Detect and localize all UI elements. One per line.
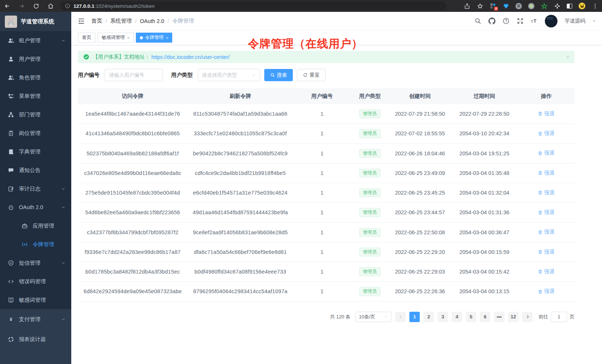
force-logout-button[interactable]: 强退 — [538, 288, 554, 295]
browser-home-icon[interactable] — [47, 3, 54, 9]
user-type-cell: 管理员 — [351, 143, 389, 163]
profile-avatar-icon[interactable] — [579, 3, 585, 9]
page-button-6[interactable]: 6 — [480, 312, 490, 322]
browser-reload-icon[interactable] — [33, 3, 39, 9]
page-button-4[interactable]: 4 — [452, 312, 462, 322]
browser-menu-icon[interactable] — [592, 3, 598, 9]
force-logout-button[interactable]: 强退 — [538, 170, 554, 176]
browser-chrome: 127.0.0.1:1024/system/oauth2/token 9 ⌘ — [0, 0, 602, 12]
chevron-down-icon — [61, 38, 66, 43]
sidebar-item-sms[interactable]: 短信管理 — [0, 254, 71, 272]
sidebar-item-menu[interactable]: 菜单管理 — [0, 87, 71, 105]
sidebar-item-user[interactable]: 用户管理 — [0, 50, 71, 68]
sidebar-item-role[interactable]: 角色管理 — [0, 68, 71, 87]
address-bar[interactable]: 127.0.0.1:1024/system/oauth2/token — [60, 1, 446, 10]
svg-text:¥: ¥ — [10, 317, 13, 322]
search-icon[interactable] — [474, 17, 481, 24]
sidebar-item-sensitive-word[interactable]: 敏感词管理 — [0, 291, 71, 309]
next-page-button[interactable] — [522, 312, 533, 322]
breadcrumb-home[interactable]: 首页 — [91, 17, 102, 24]
tab-token-management[interactable]: 令牌管理 × — [136, 33, 172, 43]
sidebar-item-dept[interactable]: 部门管理 — [0, 105, 71, 124]
page-button-1[interactable]: 1 — [409, 312, 420, 322]
page-button-2[interactable]: 2 — [423, 312, 434, 322]
reset-button[interactable]: 重置 — [297, 69, 325, 81]
site-info-icon[interactable] — [65, 3, 70, 9]
col-refresh-token: 刷新令牌 — [187, 88, 293, 104]
breadcrumb-oauth[interactable]: OAuth 2.0 — [140, 18, 164, 24]
search-button[interactable]: 搜索 — [264, 69, 293, 81]
force-logout-button[interactable]: 强退 — [538, 150, 554, 156]
bookmark-star-icon[interactable] — [477, 3, 483, 9]
extension-green-star-icon[interactable] — [541, 3, 547, 9]
force-logout-button[interactable]: 强退 — [538, 130, 554, 137]
sidebar-item-oauth2[interactable]: OAuth 2.0 — [0, 198, 71, 216]
extension-gem-icon[interactable] — [503, 3, 509, 9]
extension-pinwheel-icon[interactable] — [554, 3, 560, 9]
sidebar-item-notice[interactable]: 通知公告 — [0, 161, 71, 179]
doc-link[interactable]: https://doc.iocoder.cn/user-center/ — [151, 54, 230, 60]
sidebar-item-audit-log[interactable]: 审计日志 — [0, 179, 71, 198]
actions-cell: 强退 — [518, 222, 575, 242]
sidebar-logo[interactable]: 🐰 芋道管理系统 — [0, 12, 71, 31]
page-size-select[interactable]: 10条/页 — [356, 312, 392, 322]
extension-command-icon[interactable]: ⌘ — [516, 3, 522, 9]
page-button-3[interactable]: 3 — [438, 312, 448, 322]
fullscreen-icon[interactable] — [517, 17, 524, 24]
force-logout-button[interactable]: 强退 — [538, 189, 554, 196]
refresh-token-cell: 8796295f04064c2983414cc54af1097a — [187, 282, 293, 301]
extension-pixel-grid-icon[interactable]: 9 — [490, 3, 496, 9]
access-token-cell: f9336e7c7dd242a283ee98dc86b17a87 — [78, 242, 187, 262]
sidebar-item-token-management[interactable]: A 令牌管理 — [0, 235, 71, 254]
username[interactable]: 芋道源码 — [565, 18, 585, 24]
user-type-cell: 管理员 — [351, 203, 389, 222]
extension-record-icon[interactable] — [528, 3, 534, 9]
expire-time-cell: 2054-03-04 00:15:42 — [451, 262, 518, 282]
user-id-input[interactable] — [105, 69, 163, 81]
side-panel-icon[interactable] — [567, 4, 572, 9]
close-icon[interactable]: × — [166, 36, 168, 40]
expire-time-cell: 2054-03-04 00:13:15 — [451, 282, 518, 301]
col-user-id: 用户编号 — [293, 88, 351, 104]
refresh-token-cell: 49d1aa46d1454fbd87591444423be9fa — [187, 203, 293, 222]
alert-close-icon[interactable]: × — [566, 54, 569, 60]
collapse-sidebar-icon[interactable] — [77, 17, 85, 25]
font-size-icon[interactable]: TT — [531, 17, 538, 24]
tab-home[interactable]: 首页 — [78, 33, 95, 43]
goto-page-input[interactable] — [551, 312, 567, 322]
user-type-select[interactable]: 请选择用户类型 — [198, 69, 260, 81]
sidebar-item-payment[interactable]: ¥ 支付管理 — [0, 309, 71, 329]
access-token-cell: 502375b8040a469a9b82188afdf6af1f — [78, 143, 187, 163]
force-logout-button[interactable]: 强退 — [538, 229, 554, 235]
sidebar-item-post[interactable]: 岗位管理 — [0, 124, 71, 142]
sidebar-item-report-designer[interactable]: 报表设计器 — [0, 329, 71, 349]
share-icon[interactable] — [464, 3, 470, 9]
tab-sensitive-word[interactable]: 敏感词管理 × — [98, 33, 134, 43]
force-logout-button[interactable]: 强退 — [538, 209, 554, 216]
sidebar-item-dict[interactable]: 字典管理 — [0, 142, 71, 161]
browser-back-icon[interactable] — [4, 3, 10, 9]
page-button-5[interactable]: 5 — [466, 312, 476, 322]
table-row: 1ea5e44f8bc1467aaede43144f31de76811c5304… — [78, 104, 575, 124]
sidebar-item-app-management[interactable]: 应用管理 — [0, 216, 71, 235]
user-avatar[interactable] — [545, 15, 557, 27]
user-icon — [8, 56, 14, 62]
github-icon[interactable] — [488, 17, 495, 24]
force-logout-button[interactable]: 强退 — [538, 268, 554, 275]
close-icon[interactable]: × — [127, 36, 130, 40]
trash-icon — [538, 289, 543, 294]
sidebar-item-error-code[interactable]: 错误码管理 — [0, 272, 71, 291]
caret-down-icon[interactable] — [592, 19, 596, 23]
force-logout-button[interactable]: 强退 — [538, 110, 554, 117]
created-time-cell: 2022-06-25 23:45:25 — [389, 183, 451, 203]
force-logout-button[interactable]: 强退 — [538, 249, 554, 255]
more-pages-button[interactable]: ••• — [494, 312, 504, 322]
access-token-cell: 41c41346a548490f9dc8b01c6bfe0865 — [78, 124, 187, 143]
browser-forward-icon[interactable] — [18, 3, 25, 9]
sidebar: 🐰 芋道管理系统 租户管理 用户管理 角色管理 菜单管理 — [0, 12, 71, 364]
help-icon[interactable] — [503, 17, 510, 24]
breadcrumb-system[interactable]: 系统管理 — [110, 17, 132, 24]
sidebar-item-tenant[interactable]: 租户管理 — [0, 31, 71, 50]
page-button-12[interactable]: 12 — [508, 312, 518, 322]
prev-page-button[interactable] — [395, 312, 406, 322]
